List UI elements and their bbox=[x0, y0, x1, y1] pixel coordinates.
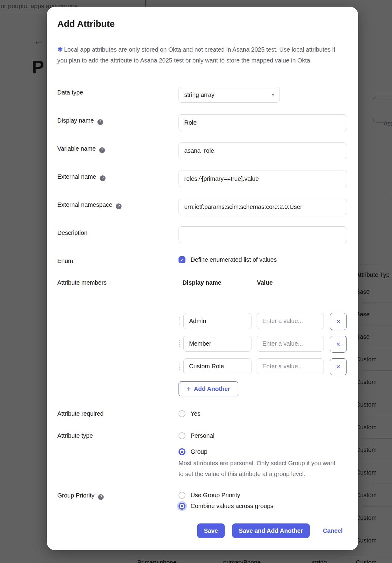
enum-label: Enum bbox=[57, 258, 73, 264]
members-display-name-header: Display name bbox=[182, 279, 221, 286]
help-icon[interactable]: ? bbox=[98, 494, 104, 500]
remove-member-button[interactable]: × bbox=[330, 358, 347, 375]
remove-member-button[interactable]: × bbox=[330, 336, 347, 353]
attribute-required-label: Attribute required bbox=[57, 410, 103, 417]
external-name-input[interactable] bbox=[179, 171, 347, 187]
attribute-required-yes-radio[interactable] bbox=[179, 410, 185, 417]
attribute-type-label: Attribute type bbox=[57, 432, 93, 439]
check-icon: ✓ bbox=[180, 257, 184, 263]
member-value-input[interactable] bbox=[257, 313, 324, 329]
member-display-name-input[interactable] bbox=[183, 336, 251, 352]
modal-actions: Save Save and Add Another Cancel bbox=[197, 523, 343, 538]
add-another-label: Add Another bbox=[194, 385, 230, 392]
close-icon: × bbox=[336, 317, 340, 326]
external-namespace-input[interactable] bbox=[179, 199, 347, 215]
member-value-input[interactable] bbox=[257, 358, 324, 374]
attribute-type-personal-label: Personal bbox=[191, 432, 214, 439]
combine-values-option: Combine values across groups bbox=[179, 503, 273, 510]
group-priority-label: Group Priority? bbox=[57, 492, 104, 499]
attribute-member-row: × bbox=[47, 336, 358, 353]
help-icon[interactable]: ? bbox=[100, 175, 106, 181]
remove-member-button[interactable]: × bbox=[330, 313, 347, 330]
member-display-name-input[interactable] bbox=[183, 358, 251, 374]
data-type-value: string array bbox=[184, 91, 214, 98]
group-priority-label-text: Group Priority bbox=[57, 492, 94, 499]
attribute-type-personal-option: Personal bbox=[179, 432, 214, 439]
save-and-add-another-button[interactable]: Save and Add Another bbox=[232, 523, 310, 538]
cancel-button[interactable]: Cancel bbox=[323, 527, 343, 534]
member-display-name-input[interactable] bbox=[183, 313, 251, 329]
external-namespace-label-text: External namespace bbox=[57, 201, 112, 208]
variable-name-label: Variable name? bbox=[57, 145, 105, 152]
add-another-button[interactable]: + Add Another bbox=[179, 381, 238, 396]
local-attribute-info: ✱Local app attributes are only stored on… bbox=[57, 44, 338, 66]
drag-handle-icon[interactable] bbox=[179, 363, 180, 370]
display-name-label: Display name? bbox=[57, 117, 103, 124]
chevron-down-icon: ▾ bbox=[272, 92, 274, 98]
enum-checkbox-row: ✓ Define enumerated list of values bbox=[179, 256, 277, 263]
display-name-input[interactable] bbox=[179, 114, 347, 131]
external-namespace-label: External namespace? bbox=[57, 201, 122, 209]
combine-values-radio[interactable] bbox=[179, 503, 185, 510]
external-name-label-text: External name bbox=[57, 173, 96, 180]
required-asterisk-icon: ✱ bbox=[57, 46, 63, 53]
attribute-required-yes-label: Yes bbox=[191, 410, 201, 417]
attribute-type-group-label: Group bbox=[191, 448, 207, 455]
use-group-priority-option: Use Group Priority bbox=[179, 492, 240, 499]
drag-handle-icon[interactable] bbox=[179, 317, 180, 325]
help-icon[interactable]: ? bbox=[116, 203, 122, 209]
attribute-type-group-radio[interactable] bbox=[179, 448, 185, 455]
close-icon: × bbox=[336, 340, 340, 348]
help-icon[interactable]: ? bbox=[99, 147, 105, 153]
data-type-select[interactable]: string array ▾ bbox=[179, 87, 280, 103]
attribute-member-row: × bbox=[47, 358, 358, 375]
enum-checkbox[interactable]: ✓ bbox=[179, 256, 185, 263]
attribute-type-help-text: Most attributes are personal. Only selec… bbox=[179, 458, 341, 479]
external-name-label: External name? bbox=[57, 173, 106, 181]
add-attribute-modal: Add Attribute ✱Local app attributes are … bbox=[47, 7, 358, 550]
enum-checkbox-label: Define enumerated list of values bbox=[191, 256, 277, 263]
data-type-label: Data type bbox=[57, 89, 83, 96]
member-value-input[interactable] bbox=[257, 336, 324, 352]
close-icon: × bbox=[336, 363, 340, 371]
description-label: Description bbox=[57, 229, 87, 236]
combine-values-label: Combine values across groups bbox=[191, 503, 273, 510]
plus-icon: + bbox=[187, 385, 191, 392]
use-group-priority-radio[interactable] bbox=[179, 492, 185, 499]
attribute-type-group-option: Group bbox=[179, 448, 207, 455]
display-name-label-text: Display name bbox=[57, 117, 94, 124]
okta-admin-page: or people, apps and groups ← P Asa Attri… bbox=[0, 0, 392, 563]
variable-name-input[interactable] bbox=[179, 142, 347, 159]
variable-name-label-text: Variable name bbox=[57, 145, 96, 152]
local-attribute-info-text: Local app attributes are only stored on … bbox=[57, 46, 335, 64]
use-group-priority-label: Use Group Priority bbox=[191, 492, 240, 499]
attribute-member-row: × bbox=[47, 313, 358, 330]
attribute-type-personal-radio[interactable] bbox=[179, 432, 185, 439]
attribute-members-label: Attribute members bbox=[57, 279, 106, 286]
description-input[interactable] bbox=[179, 226, 347, 243]
save-button[interactable]: Save bbox=[197, 523, 225, 538]
members-value-header: Value bbox=[257, 279, 273, 286]
attribute-required-option: Yes bbox=[179, 410, 201, 417]
modal-title: Add Attribute bbox=[57, 19, 115, 29]
help-icon[interactable]: ? bbox=[97, 119, 103, 125]
drag-handle-icon[interactable] bbox=[179, 340, 180, 347]
